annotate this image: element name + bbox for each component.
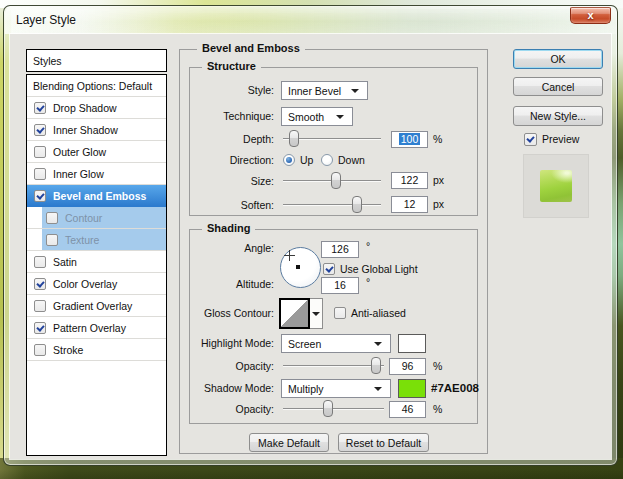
chevron-down-icon (351, 89, 359, 93)
layer-style-dialog: Layer Style x Styles Blending Options: D… (3, 5, 618, 466)
style-item-checkbox[interactable] (34, 102, 46, 114)
direction-down-label: Down (338, 154, 365, 166)
slider-thumb[interactable] (323, 400, 333, 417)
depth-slider[interactable] (283, 130, 381, 147)
angle-dial[interactable] (280, 247, 321, 288)
opacity1-slider[interactable] (283, 357, 384, 374)
close-button[interactable]: x (570, 7, 611, 24)
preview-label: Preview (542, 133, 579, 145)
angle-input[interactable]: 126 (321, 241, 359, 258)
style-item-label: Stroke (53, 344, 83, 356)
ok-button[interactable]: OK (513, 49, 603, 69)
make-default-button[interactable]: Make Default (249, 433, 329, 452)
use-global-light-checkbox[interactable] (323, 263, 335, 275)
gloss-contour-label: Gloss Contour: (119, 307, 274, 319)
reset-to-default-button[interactable]: Reset to Default (338, 433, 429, 452)
style-item-label: Contour (65, 212, 102, 224)
altitude-unit: ° (366, 276, 370, 288)
soften-input[interactable]: 12 (391, 196, 428, 213)
title-bar[interactable]: Layer Style x (5, 7, 616, 34)
slider-thumb[interactable] (352, 196, 362, 213)
soften-unit: px (433, 198, 444, 210)
direction-label: Direction: (119, 154, 274, 166)
opacity1-label: Opacity: (119, 360, 274, 372)
styles-list-item[interactable]: Pattern Overlay (27, 317, 166, 339)
chevron-down-icon (374, 387, 382, 391)
shadow-mode-label: Shadow Mode: (119, 382, 274, 394)
styles-list-item[interactable]: Satin (27, 251, 166, 273)
gloss-contour-arrow-button[interactable] (310, 298, 323, 329)
shadow-color-hex: #7AE008 (431, 382, 479, 394)
slider-thumb[interactable] (331, 172, 341, 189)
shadow-mode-dropdown[interactable]: Multiply (281, 379, 391, 398)
soften-value: 12 (404, 198, 416, 210)
highlight-mode-dropdown[interactable]: Screen (281, 334, 391, 353)
soften-label: Soften: (119, 199, 274, 211)
close-icon: x (571, 9, 610, 21)
style-item-label: Texture (65, 234, 99, 246)
slider-track (283, 365, 384, 366)
technique-label: Technique: (119, 110, 274, 122)
soften-slider[interactable] (283, 196, 381, 213)
style-item-checkbox[interactable] (34, 300, 46, 312)
technique-dropdown[interactable]: Smooth (281, 107, 353, 126)
preview-checkbox[interactable] (524, 133, 537, 146)
direction-down-radio[interactable] (321, 154, 333, 166)
style-item-checkbox[interactable] (34, 278, 46, 290)
opacity2-label: Opacity: (119, 403, 274, 415)
style-item-label: Color Overlay (53, 278, 117, 290)
direction-up-radio[interactable] (283, 154, 295, 166)
style-item-checkbox[interactable] (34, 190, 46, 202)
style-item-label: Outer Glow (53, 146, 106, 158)
style-item-checkbox[interactable] (34, 344, 46, 356)
slider-thumb[interactable] (371, 357, 381, 374)
style-item-checkbox[interactable] (34, 322, 46, 334)
altitude-label: Altitude: (119, 278, 274, 290)
structure-legend: Structure (202, 60, 261, 73)
anti-aliased-label: Anti-aliased (351, 307, 406, 319)
gloss-contour-thumbnail[interactable] (279, 298, 310, 329)
opacity2-value: 46 (402, 403, 414, 415)
reset-to-default-label: Reset to Default (339, 437, 428, 449)
shadow-color-swatch[interactable] (398, 379, 426, 398)
style-item-checkbox[interactable] (34, 168, 46, 180)
style-item-checkbox[interactable] (34, 146, 46, 158)
slider-track (283, 408, 384, 409)
style-item-label: Pattern Overlay (53, 322, 126, 334)
slider-thumb[interactable] (289, 130, 299, 147)
opacity1-input[interactable]: 96 (389, 358, 426, 375)
style-item-checkbox[interactable] (46, 212, 58, 224)
altitude-input[interactable]: 16 (321, 277, 359, 294)
ok-label: OK (514, 53, 602, 65)
size-input[interactable]: 122 (391, 172, 428, 189)
anti-aliased-checkbox[interactable] (334, 307, 346, 319)
style-item-checkbox[interactable] (34, 124, 46, 136)
opacity2-input[interactable]: 46 (389, 401, 426, 418)
style-item-checkbox[interactable] (34, 256, 46, 268)
angle-unit: ° (366, 240, 370, 252)
styles-list: Blending Options: DefaultDrop ShadowInne… (26, 74, 167, 456)
angle-label: Angle: (119, 242, 274, 254)
chevron-down-icon (312, 312, 320, 316)
opacity2-slider[interactable] (283, 400, 384, 417)
size-unit: px (433, 174, 444, 186)
preview-thumbnail (540, 170, 572, 202)
make-default-label: Make Default (250, 437, 328, 449)
window-title: Layer Style (16, 13, 76, 27)
opacity1-unit: % (433, 360, 442, 372)
cancel-button[interactable]: Cancel (513, 77, 603, 96)
dialog-body: Styles Blending Options: DefaultDrop Sha… (10, 34, 611, 459)
direction-up-label: Up (300, 154, 313, 166)
depth-label: Depth: (119, 133, 274, 145)
size-label: Size: (119, 175, 274, 187)
depth-input[interactable]: 100 (391, 131, 428, 148)
opacity2-unit: % (433, 403, 442, 415)
style-label: Style: (119, 84, 274, 96)
altitude-value: 16 (334, 279, 346, 291)
style-dropdown[interactable]: Inner Bevel (281, 81, 368, 100)
size-slider[interactable] (283, 172, 381, 189)
style-item-checkbox[interactable] (46, 234, 58, 246)
use-global-light-label: Use Global Light (340, 263, 418, 275)
highlight-color-swatch[interactable] (398, 334, 426, 353)
new-style-button[interactable]: New Style... (513, 106, 603, 126)
